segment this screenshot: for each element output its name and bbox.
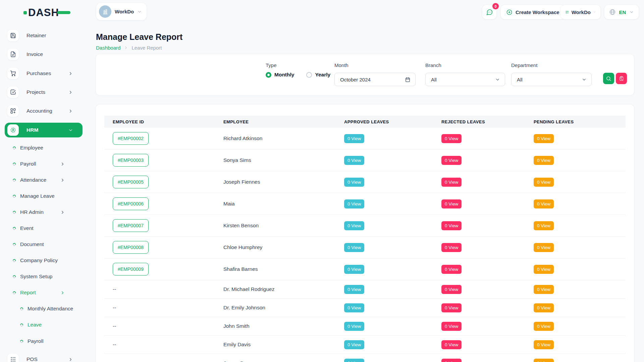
rejected-leaves-badge[interactable]: 0 View	[441, 359, 462, 362]
sidebar-subitem-system-setup[interactable]: System Setup	[13, 269, 83, 284]
employee-id-button[interactable]: #EMP00003	[113, 154, 149, 167]
sidebar-subitem-report[interactable]: Report	[13, 285, 83, 300]
employee-id-button[interactable]: #EMP00002	[113, 132, 149, 145]
approved-leaves-badge[interactable]: 0 View	[344, 178, 364, 187]
type-monthly-radio[interactable]	[266, 72, 271, 78]
rejected-leaves-badge[interactable]: 0 View	[441, 322, 462, 331]
sidebar-item-accounting[interactable]: Accounting	[5, 104, 83, 118]
approved-leaves-badge[interactable]: 0 View	[344, 285, 364, 294]
approved-leaves-badge[interactable]: 0 View	[344, 322, 364, 331]
create-workspace-button[interactable]: Create Workspace	[501, 5, 565, 19]
sidebar-item-purchases[interactable]: Purchases	[5, 66, 83, 81]
pending-leaves-badge[interactable]: 0 View	[534, 134, 554, 143]
employee-name: John Smith	[223, 323, 250, 329]
month-input[interactable]: October 2024	[334, 73, 416, 86]
sidebar-item-invoice[interactable]: Invoice	[5, 47, 83, 62]
sidebar-item-hrm[interactable]: HRM	[5, 123, 83, 137]
employee-id-cell: --	[104, 305, 215, 311]
reset-filter-button[interactable]	[616, 73, 627, 84]
sidebar-subitem-company-policy[interactable]: Company Policy	[13, 253, 83, 268]
table-row: #EMP00006Maia0 View0 View0 View	[104, 193, 626, 215]
pending-leaves-badge[interactable]: 0 View	[534, 156, 554, 165]
approved-leaves-badge[interactable]: 0 View	[344, 359, 364, 362]
hrm-icon	[10, 127, 16, 133]
sidebar-subitem-label: Attendance	[20, 177, 46, 183]
sidebar-subitem-label: Employee	[20, 145, 43, 151]
employee-name: Kirsten Benson	[223, 223, 259, 228]
sidebar-subitem-label: Event	[20, 225, 34, 231]
sidebar-subitem-monthly-attendance[interactable]: Monthly Attendance	[20, 301, 90, 316]
branch-select[interactable]: All	[425, 73, 505, 86]
sidebar-subitem-leave[interactable]: Leave	[20, 317, 90, 332]
pending-leaves-badge[interactable]: 0 View	[534, 303, 554, 312]
table-header-row: EMPLOYEE ID EMPLOYEE APPROVED LEAVES REJ…	[104, 116, 626, 128]
rejected-leaves-badge[interactable]: 0 View	[441, 221, 462, 230]
sidebar-subitem-manage-leave[interactable]: Manage Leave	[13, 189, 83, 203]
employee-id-cell: --	[104, 286, 215, 292]
bullet-ring-icon	[12, 210, 16, 215]
employee-id-cell: --	[104, 342, 215, 348]
sidebar-subitem-event[interactable]: Event	[13, 221, 83, 236]
bullet-ring-icon	[12, 162, 16, 166]
approved-leaves-badge[interactable]: 0 View	[344, 134, 364, 143]
rejected-leaves-badge[interactable]: 0 View	[441, 134, 462, 143]
approved-leaves-badge[interactable]: 0 View	[344, 243, 364, 252]
approved-leaves-badge[interactable]: 0 View	[344, 303, 364, 312]
pending-leaves-badge[interactable]: 0 View	[534, 265, 554, 274]
sidebar-subitem-payroll[interactable]: Payroll	[20, 334, 90, 349]
sidebar-item-pos[interactable]: POS	[5, 352, 83, 362]
employee-id-button[interactable]: #EMP00008	[113, 241, 149, 254]
pending-leaves-badge[interactable]: 0 View	[534, 178, 554, 187]
pending-leaves-badge[interactable]: 0 View	[534, 243, 554, 252]
employee-id-button[interactable]: #EMP00005	[113, 176, 149, 188]
pending-leaves-badge[interactable]: 0 View	[534, 221, 554, 230]
rejected-leaves-badge[interactable]: 0 View	[441, 265, 462, 274]
table-row: #EMP00008Chloe Humphrey0 View0 View0 Vie…	[104, 237, 626, 258]
bullet-ring-icon	[12, 178, 16, 182]
rejected-leaves-badge[interactable]: 0 View	[441, 340, 462, 349]
department-select[interactable]: All	[511, 73, 592, 86]
employee-id-button[interactable]: #EMP00009	[113, 263, 149, 276]
sidebar-subitem-attendance[interactable]: Attendance	[13, 173, 83, 187]
workspace-selector[interactable]: WorkDo	[96, 3, 147, 20]
rejected-leaves-badge[interactable]: 0 View	[441, 199, 462, 208]
pending-leaves-badge[interactable]: 0 View	[534, 199, 554, 208]
breadcrumb-dashboard-link[interactable]: Dashboard	[96, 45, 120, 51]
sidebar-item-label: POS	[26, 356, 38, 362]
approved-leaves-badge[interactable]: 0 View	[344, 221, 364, 230]
chevron-right-icon	[60, 178, 65, 183]
logo-text: DASH	[28, 7, 59, 18]
rejected-leaves-badge[interactable]: 0 View	[441, 285, 462, 294]
approved-leaves-badge[interactable]: 0 View	[344, 265, 364, 274]
branch-label: Branch	[425, 62, 441, 68]
language-selector[interactable]: EN	[604, 5, 639, 19]
rejected-leaves-badge[interactable]: 0 View	[441, 303, 462, 312]
sidebar-subitem-document[interactable]: Document	[13, 237, 83, 252]
messages-button[interactable]: 0	[482, 5, 496, 19]
workdo-menu-button[interactable]: WorkDo	[561, 5, 600, 19]
rejected-leaves-badge[interactable]: 0 View	[441, 243, 462, 252]
employee-id-button[interactable]: #EMP00007	[113, 219, 149, 232]
sidebar-subitem-hr-admin[interactable]: HR Admin	[13, 205, 83, 220]
search-button[interactable]	[603, 73, 614, 84]
pending-leaves-badge[interactable]: 0 View	[534, 285, 554, 294]
type-radio-group: Monthly Yearly	[266, 72, 330, 78]
rejected-leaves-badge[interactable]: 0 View	[441, 178, 462, 187]
approved-leaves-badge[interactable]: 0 View	[344, 340, 364, 349]
rejected-leaves-badge[interactable]: 0 View	[441, 156, 462, 165]
approved-leaves-badge[interactable]: 0 View	[344, 156, 364, 165]
employee-name: Sonya Sims	[223, 157, 251, 163]
sidebar-subitem-employee[interactable]: Employee	[13, 140, 83, 155]
sidebar-item-retainer[interactable]: Retainer	[5, 28, 83, 43]
employee-id-button[interactable]: #EMP00006	[113, 197, 149, 210]
type-yearly-radio[interactable]	[306, 72, 312, 78]
pending-leaves-badge[interactable]: 0 View	[534, 322, 554, 331]
approved-leaves-badge[interactable]: 0 View	[344, 199, 364, 208]
pending-leaves-badge[interactable]: 0 View	[534, 340, 554, 349]
pending-leaves-badge[interactable]: 0 View	[534, 359, 554, 362]
page-title: Manage Leave Report	[96, 32, 182, 42]
employee-name: James Brown	[223, 360, 255, 362]
sidebar-subitem-payroll[interactable]: Payroll	[13, 157, 83, 171]
employee-id-cell: #EMP00008	[104, 241, 215, 254]
sidebar-item-projects[interactable]: Projects	[5, 85, 83, 100]
